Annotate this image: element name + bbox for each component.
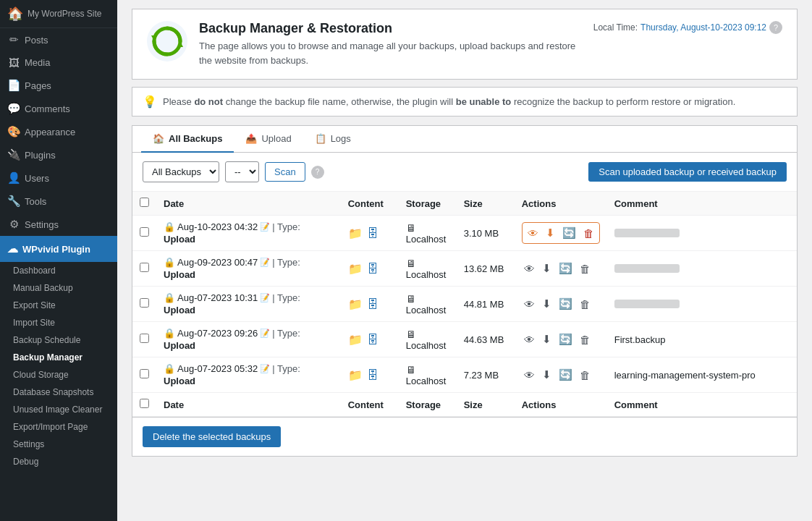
folder-icon: 📁	[348, 227, 363, 240]
sidebar-item-export-site[interactable]: Export Site	[0, 297, 117, 314]
sidebar-item-posts[interactable]: ✏ Posts	[0, 28, 117, 51]
sidebar-item-users[interactable]: 👤 Users	[0, 166, 117, 190]
sidebar-item-appearance[interactable]: 🎨 Appearance	[0, 120, 117, 143]
storage-value: Localhost	[406, 376, 449, 386]
sidebar-item-dashboard[interactable]: Dashboard	[0, 262, 117, 279]
sidebar-item-tools[interactable]: 🔧 Tools	[0, 190, 117, 213]
row-checkbox-3[interactable]	[140, 334, 149, 343]
sidebar-item-plugins[interactable]: 🔌 Plugins	[0, 143, 117, 166]
view-button[interactable]: 👁	[525, 225, 541, 242]
delete-selected-button[interactable]: Delete the selected backups	[143, 426, 281, 447]
date-value: Aug-09-2023 00:47	[177, 257, 258, 268]
select-all-footer-checkbox[interactable]	[140, 399, 149, 408]
sidebar-item-pages[interactable]: 📄 Pages	[0, 74, 117, 97]
upload-type: Upload	[164, 340, 195, 351]
sidebar-item-unused-image-cleaner[interactable]: Unused Image Cleaner	[0, 401, 117, 418]
storage-value: Localhost	[406, 305, 449, 315]
wpvivid-plugin-header[interactable]: ☁ WPvivid Plugin	[0, 236, 117, 262]
sidebar-item-backup-manager[interactable]: Backup Manager	[0, 349, 117, 366]
restore-button[interactable]: 🔄	[557, 295, 575, 313]
download-button[interactable]: ⬇	[540, 295, 554, 313]
download-button[interactable]: ⬇	[544, 224, 557, 242]
scan-help-icon[interactable]: ?	[311, 166, 324, 179]
sidebar-item-manual-backup[interactable]: Manual Backup	[0, 279, 117, 297]
sidebar-item-import-site[interactable]: Import Site	[0, 314, 117, 331]
local-time-value[interactable]: Thursday, August-10-2023 09:12	[640, 22, 766, 33]
delete-button[interactable]: 🗑	[581, 225, 596, 242]
date-value: Aug-07-2023 05:32	[177, 363, 258, 374]
upload-type: Upload	[164, 269, 195, 280]
tab-upload[interactable]: 📤 Upload	[234, 126, 303, 153]
help-icon[interactable]: ?	[769, 21, 782, 34]
tab-all-backups[interactable]: 🏠 All Backups	[141, 126, 234, 153]
sidebar-label-settings: Settings	[25, 219, 59, 230]
select-all-checkbox[interactable]	[140, 198, 149, 207]
row-checkbox-1[interactable]	[140, 263, 149, 272]
download-button[interactable]: ⬇	[540, 331, 554, 348]
tab-logs[interactable]: 📋 Logs	[303, 126, 363, 153]
type-label: | Type:	[272, 328, 300, 339]
restore-button[interactable]: 🔄	[557, 366, 575, 384]
monitor-icon: 🖥	[406, 293, 416, 305]
warning-text-before: Please	[163, 96, 194, 107]
db-icon: 🗄	[367, 263, 378, 275]
tab-upload-label: Upload	[261, 133, 291, 144]
download-button[interactable]: ⬇	[540, 366, 554, 384]
col-header-size: Size	[457, 192, 515, 216]
local-time: Local Time: Thursday, August-10-2023 09:…	[593, 21, 782, 34]
sidebar: 🏠 My WordPress Site ✏ Posts 🖼 Media 📄 Pa…	[0, 0, 117, 521]
site-name: My WordPress Site	[28, 9, 101, 19]
restore-button[interactable]: 🔄	[557, 331, 575, 348]
view-button[interactable]: 👁	[522, 260, 537, 277]
filter-dropdown[interactable]: --	[225, 161, 259, 182]
tab-logs-label: Logs	[331, 133, 351, 144]
sidebar-item-export-import-page[interactable]: Export/Import Page	[0, 418, 117, 436]
sidebar-item-settings[interactable]: ⚙ Settings	[0, 213, 117, 236]
table-row: 🔒 Aug-07-2023 09:26 📝 | Type: Upload 📁 🗄…	[132, 322, 797, 357]
delete-button[interactable]: 🗑	[578, 367, 593, 384]
view-button[interactable]: 👁	[522, 367, 537, 384]
date-value: Aug-07-2023 10:31	[177, 292, 258, 303]
row-checkbox-4[interactable]	[140, 369, 149, 378]
footer-size: Size	[457, 393, 515, 417]
local-time-label: Local Time:	[593, 22, 638, 33]
row-checkbox-2[interactable]	[140, 298, 149, 308]
upload-type: Upload	[164, 234, 195, 245]
backup-schedule-label: Backup Schedule	[13, 335, 80, 345]
storage-value: Localhost	[406, 234, 449, 245]
scan-button[interactable]: Scan	[265, 162, 305, 182]
monitor-icon: 🖥	[406, 364, 416, 376]
view-button[interactable]: 👁	[522, 331, 537, 348]
download-button[interactable]: ⬇	[540, 260, 554, 277]
toolbar: All Backups Manual Scheduled -- Scan ? S…	[132, 153, 797, 192]
sidebar-item-cloud-storage[interactable]: Cloud Storage	[0, 366, 117, 384]
date-value: Aug-10-2023 04:32	[177, 221, 258, 232]
restore-button[interactable]: 🔄	[560, 224, 578, 242]
row-checkbox-0[interactable]	[140, 227, 149, 237]
sidebar-item-media[interactable]: 🖼 Media	[0, 51, 117, 74]
export-site-label: Export Site	[13, 300, 56, 310]
sidebar-item-settings-sub[interactable]: Settings	[0, 436, 117, 453]
delete-button[interactable]: 🗑	[578, 331, 593, 348]
sidebar-label-tools: Tools	[25, 196, 46, 207]
sidebar-item-debug[interactable]: Debug	[0, 453, 117, 470]
view-button[interactable]: 👁	[522, 296, 537, 313]
edit-icon: 📝	[260, 222, 270, 232]
comment-blur	[614, 229, 680, 237]
sidebar-item-backup-schedule[interactable]: Backup Schedule	[0, 331, 117, 349]
col-header-storage: Storage	[399, 192, 457, 216]
debug-label: Debug	[13, 457, 38, 467]
folder-icon: 📁	[348, 334, 363, 346]
tools-icon: 🔧	[7, 195, 20, 208]
backup-type-dropdown[interactable]: All Backups Manual Scheduled	[143, 161, 219, 182]
sidebar-item-database-snapshots[interactable]: Database Snapshots	[0, 384, 117, 401]
scan-uploaded-button[interactable]: Scan uploaded backup or received backup	[588, 162, 787, 182]
sidebar-item-comments[interactable]: 💬 Comments	[0, 97, 117, 120]
tabs-container: 🏠 All Backups 📤 Upload 📋 Logs All Backup…	[132, 125, 798, 457]
edit-icon: 📝	[260, 329, 270, 338]
action-icons: 👁 ⬇ 🔄 🗑	[522, 295, 600, 313]
warning-bar: 💡 Please do not change the backup file n…	[132, 87, 798, 117]
delete-button[interactable]: 🗑	[578, 260, 593, 277]
restore-button[interactable]: 🔄	[557, 260, 575, 277]
delete-button[interactable]: 🗑	[578, 296, 593, 313]
